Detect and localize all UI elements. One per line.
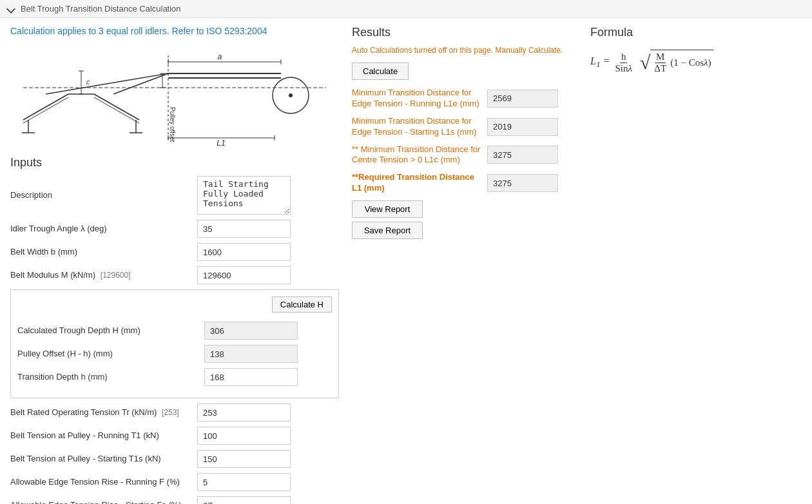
min-edge-starting-value <box>487 118 558 136</box>
transition-depth-input[interactable] <box>204 368 298 386</box>
calculate-button[interactable]: Calculate <box>352 63 409 80</box>
allowable-edge-running-input[interactable] <box>197 473 291 491</box>
diagram-area: a L1 c Pulley offset <box>10 43 326 146</box>
sqrt-symbol: √ <box>640 53 650 72</box>
inputs-area: Description Tail Starting Fully Loaded T… <box>10 176 339 504</box>
calculate-h-button[interactable]: Calculate H <box>272 296 332 313</box>
formula-h: h <box>620 52 628 63</box>
svg-line-4 <box>94 97 139 123</box>
min-centre-row: ** Minimum Transition Distance for Centr… <box>352 144 571 166</box>
top-bar: Belt Trough Transition Distance Calculat… <box>0 0 812 18</box>
formula-area: Formula L1 = h Sinλ √ M ΔT <box>590 26 802 504</box>
idler-trough-input[interactable] <box>197 220 291 238</box>
svg-line-1 <box>23 97 68 123</box>
svg-text:Pulley offset: Pulley offset <box>169 107 176 142</box>
results-title: Results <box>352 26 571 39</box>
description-input[interactable]: Tail Starting Fully Loaded Tensions <box>197 176 291 215</box>
allowable-edge-starting-input[interactable] <box>197 496 291 504</box>
transition-depth-row: Transition Depth h (mm) <box>17 368 332 386</box>
formula-deltaT: ΔT <box>653 63 668 74</box>
auto-calc-warning: Auto Calculations turned off on this pag… <box>352 46 571 55</box>
calc-trough-depth-input <box>204 322 298 340</box>
belt-width-row: Belt Width b (mm) <box>10 243 339 261</box>
belt-width-label: Belt Width b (mm) <box>10 247 197 258</box>
belt-modulus-label: Belt Modulus M (kN/m) [129600] <box>10 270 197 281</box>
belt-tension-running-input[interactable] <box>197 427 291 445</box>
trough-depth-subbox: Calculate H Calculated Trough Depth H (m… <box>10 289 339 398</box>
min-centre-label: ** Minimum Transition Distance for Centr… <box>352 144 481 166</box>
main-content: Calculation applies to 3 equal roll idle… <box>0 18 812 504</box>
allowable-edge-starting-row: Allowable Edge Tension Rise - Starting F… <box>10 496 339 504</box>
min-edge-running-value <box>487 90 558 108</box>
idler-trough-label: Idler Trough Angle λ (deg) <box>10 224 197 235</box>
formula-frac1: h Sinλ <box>614 52 633 74</box>
svg-line-10 <box>46 73 168 94</box>
min-centre-value <box>487 146 558 164</box>
svg-text:c: c <box>86 78 90 86</box>
belt-rated-row: Belt Rated Operating Tension Tr (kN/m) [… <box>10 403 339 422</box>
sqrt-content: M ΔT (1 − Cosλ) <box>650 50 713 75</box>
inputs-title: Inputs <box>10 156 339 170</box>
formula-sinlambda: Sinλ <box>614 63 633 74</box>
svg-point-15 <box>289 93 293 97</box>
view-report-button[interactable]: View Report <box>352 200 423 218</box>
top-bar-title: Belt Trough Transition Distance Calculat… <box>21 4 181 14</box>
formula-parens: (1 − Cosλ) <box>670 57 711 68</box>
idler-trough-row: Idler Trough Angle λ (deg) <box>10 220 339 238</box>
save-report-button[interactable]: Save Report <box>352 222 423 239</box>
iso-note: Calculation applies to 3 equal roll idle… <box>10 26 339 36</box>
belt-tension-starting-row: Belt Tension at Pulley - Starting T1s (k… <box>10 450 339 468</box>
required-row: **Required Transition Distance L1 (mm) <box>352 172 571 194</box>
allowable-edge-running-label: Allowable Edge Tension Rise - Running F … <box>10 477 197 488</box>
allowable-edge-starting-label: Allowable Edge Tension Rise - Starting F… <box>10 500 197 504</box>
collapse-icon[interactable] <box>6 4 15 13</box>
belt-rated-label: Belt Rated Operating Tension Tr (kN/m) [… <box>10 407 197 418</box>
belt-tension-starting-label: Belt Tension at Pulley - Starting T1s (k… <box>10 454 197 465</box>
svg-line-3 <box>94 94 139 120</box>
transition-depth-label: Transition Depth h (mm) <box>17 372 204 383</box>
belt-tension-running-row: Belt Tension at Pulley - Running T1 (kN) <box>10 427 339 445</box>
svg-text:a: a <box>218 52 222 61</box>
formula-M: M <box>655 52 666 63</box>
svg-text:L1: L1 <box>217 139 225 146</box>
left-panel: Calculation applies to 3 equal roll idle… <box>10 26 339 504</box>
required-value <box>487 174 558 192</box>
pulley-offset-input <box>204 345 298 363</box>
min-edge-running-row: Minimum Transition Distance for Edge Ten… <box>352 88 571 110</box>
belt-rated-input[interactable] <box>197 403 291 422</box>
formula-sqrt: √ M ΔT (1 − Cosλ) <box>640 50 714 75</box>
belt-width-input[interactable] <box>197 243 291 261</box>
svg-line-0 <box>23 94 68 120</box>
formula-frac2: M ΔT <box>653 52 668 74</box>
calc-trough-depth-label: Calculated Trough Depth H (mm) <box>17 325 204 336</box>
results-area: Results Auto Calculations turned off on … <box>352 26 571 504</box>
description-row: Description Tail Starting Fully Loaded T… <box>10 176 339 215</box>
belt-tension-starting-input[interactable] <box>197 450 291 468</box>
right-panel: Results Auto Calculations turned off on … <box>352 26 802 504</box>
belt-tension-running-label: Belt Tension at Pulley - Running T1 (kN) <box>10 431 197 441</box>
min-edge-running-label: Minimum Transition Distance for Edge Ten… <box>352 88 481 110</box>
formula-display: L1 = h Sinλ √ M ΔT (1 − Cosλ) <box>590 50 802 75</box>
calc-trough-depth-row: Calculated Trough Depth H (mm) <box>17 322 332 340</box>
belt-modulus-row: Belt Modulus M (kN/m) [129600] <box>10 266 339 284</box>
required-label: **Required Transition Distance L1 (mm) <box>352 172 481 194</box>
belt-modulus-input[interactable] <box>197 266 291 284</box>
description-label: Description <box>10 190 197 201</box>
formula-lhs: L1 = <box>590 55 610 70</box>
pulley-offset-row: Pulley Offset (H - h) (mm) <box>17 345 332 363</box>
formula-title: Formula <box>590 26 802 39</box>
svg-line-11 <box>113 73 168 94</box>
allowable-edge-running-row: Allowable Edge Tension Rise - Running F … <box>10 473 339 491</box>
pulley-offset-label: Pulley Offset (H - h) (mm) <box>17 349 204 360</box>
min-edge-starting-row: Minimum Transition Distance for Edge Ten… <box>352 116 571 138</box>
min-edge-starting-label: Minimum Transition Distance for Edge Ten… <box>352 116 481 138</box>
